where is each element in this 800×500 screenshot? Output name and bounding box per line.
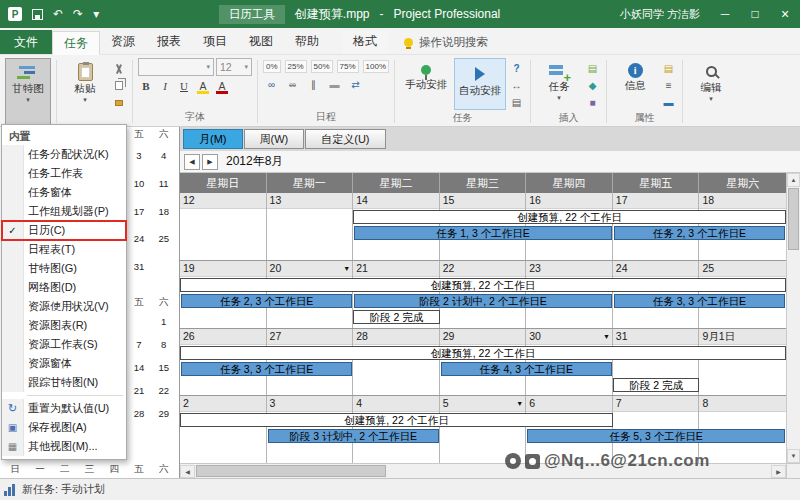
view-menu-item[interactable]: ▣保存视图(A) xyxy=(2,418,126,437)
mini-calendar-day[interactable]: 18 xyxy=(151,197,176,225)
mini-calendar-day[interactable]: 31 xyxy=(127,253,152,281)
mini-calendar-day[interactable]: 25 xyxy=(151,225,176,253)
task-bar[interactable]: 阶段 2 计划中, 2 个工作日E xyxy=(354,294,612,308)
manually-schedule-button[interactable]: 手动安排 xyxy=(400,58,452,110)
percent-complete-button[interactable]: 0% xyxy=(263,60,281,73)
font-color-button[interactable]: A xyxy=(214,80,230,92)
paste-button[interactable]: 粘贴 ▾ xyxy=(62,58,108,125)
undo-icon[interactable]: ↶ xyxy=(53,8,63,20)
unlink-tasks-icon[interactable]: ∞ xyxy=(284,77,301,92)
qat-dropdown-icon[interactable]: ▾ xyxy=(93,8,99,20)
scroll-up-icon[interactable]: ▲ xyxy=(787,173,800,187)
percent-complete-button[interactable]: 75% xyxy=(337,60,359,73)
inspect-task-icon[interactable]: ? xyxy=(508,61,525,76)
mini-calendar-day[interactable]: 10 xyxy=(127,170,152,198)
move-task-icon[interactable]: ↔ xyxy=(508,78,525,93)
gantt-chart-view-button[interactable]: 甘特图 ▾ xyxy=(5,58,51,125)
mini-calendar-day[interactable]: 15 xyxy=(151,356,176,379)
task-bar[interactable]: 阶段 3 计划中, 2 个工作日E xyxy=(268,429,439,443)
view-menu-item[interactable]: 任务分配状况(K) xyxy=(2,145,126,164)
insert-task-button[interactable]: + 任务 ▾ xyxy=(536,58,582,110)
cut-icon[interactable] xyxy=(110,61,127,76)
highlight-color-button[interactable]: A xyxy=(195,80,211,92)
insert-milestone-icon[interactable]: ◆ xyxy=(584,78,601,93)
summary-task-bar[interactable]: 创建预算, 22 个工作日 xyxy=(353,210,786,224)
task-bar[interactable]: 任务 5, 3 个工作日E xyxy=(527,429,785,443)
view-menu-item[interactable]: 网络图(D) xyxy=(2,278,126,297)
mini-calendar-day[interactable]: 17 xyxy=(127,197,152,225)
tab-项目[interactable]: 项目 xyxy=(192,30,238,54)
view-menu-item[interactable]: 跟踪甘特图(N) xyxy=(2,373,126,392)
tab-任务[interactable]: 任务 xyxy=(52,31,100,55)
tab-资源[interactable]: 资源 xyxy=(100,30,146,54)
horizontal-scroll-thumb[interactable] xyxy=(196,465,386,477)
percent-complete-button[interactable]: 50% xyxy=(311,60,333,73)
task-information-button[interactable]: i 信息 xyxy=(612,58,658,110)
respect-links-icon[interactable]: ⇄ xyxy=(347,77,364,92)
scroll-down-icon[interactable]: ▼ xyxy=(787,449,800,463)
insert-deliverable-icon[interactable]: ■ xyxy=(584,95,601,110)
user-name[interactable]: 小妖同学 方洁影 xyxy=(620,7,700,22)
editing-collapsed-button[interactable]: 编辑 ▾ xyxy=(688,58,734,125)
mini-calendar-day[interactable]: 14 xyxy=(127,356,152,379)
vertical-scroll-thumb[interactable] xyxy=(788,188,799,250)
link-tasks-icon[interactable]: ∞ xyxy=(263,77,280,92)
mini-calendar-day[interactable]: 7 xyxy=(127,333,152,356)
task-details-icon[interactable]: ≡ xyxy=(660,78,677,93)
font-name-combo[interactable]: ▾ xyxy=(138,58,214,76)
mini-calendar-day[interactable]: 28 xyxy=(127,402,152,425)
task-bar[interactable]: 任务 4, 3 个工作日E xyxy=(441,362,612,376)
tab-file[interactable]: 文件 xyxy=(0,30,52,54)
percent-complete-button[interactable]: 25% xyxy=(285,60,307,73)
mini-calendar-day[interactable]: 22 xyxy=(151,379,176,402)
task-bar[interactable]: 任务 3, 3 个工作日E xyxy=(614,294,785,308)
mini-calendar-day[interactable]: 4 xyxy=(151,142,176,170)
insert-summary-icon[interactable]: ▤ xyxy=(584,61,601,76)
mini-calendar-day[interactable]: 8 xyxy=(151,333,176,356)
redo-icon[interactable]: ↷ xyxy=(73,8,83,20)
mini-calendar-day[interactable]: 21 xyxy=(127,379,152,402)
view-tab-月(M)[interactable]: 月(M) xyxy=(183,129,243,149)
bold-button[interactable]: B xyxy=(138,78,154,94)
task-bar[interactable]: 任务 3, 3 个工作日E xyxy=(181,362,352,376)
view-menu-item[interactable]: 资源窗体 xyxy=(2,354,126,373)
view-menu-item[interactable]: 资源图表(R) xyxy=(2,316,126,335)
task-notes-icon[interactable]: ▤ xyxy=(660,61,677,76)
view-menu-item[interactable]: 资源使用状况(V) xyxy=(2,297,126,316)
format-painter-icon[interactable] xyxy=(110,95,127,110)
maximize-button[interactable]: □ xyxy=(740,0,770,28)
view-menu-item[interactable]: 任务工作表 xyxy=(2,164,126,183)
tab-格式[interactable]: 格式 xyxy=(342,30,388,54)
percent-complete-button[interactable]: 100% xyxy=(363,60,389,73)
milestone-bar[interactable]: 阶段 2 完成 xyxy=(613,378,700,392)
auto-schedule-button[interactable]: 自动安排 xyxy=(454,58,506,110)
tab-帮助[interactable]: 帮助 xyxy=(284,30,330,54)
save-icon[interactable] xyxy=(32,9,43,20)
view-tab-自定义(U)[interactable]: 自定义(U) xyxy=(305,129,385,149)
next-month-button[interactable]: ▶ xyxy=(202,154,218,170)
close-button[interactable]: × xyxy=(770,0,800,28)
new-task-mode-label[interactable]: 新任务: 手动计划 xyxy=(22,482,105,497)
summary-task-bar[interactable]: 创建预算, 22 个工作日 xyxy=(180,278,786,292)
view-menu-item[interactable]: 工作组规划器(P) xyxy=(2,202,126,221)
task-bar[interactable]: 任务 2, 3 个工作日E xyxy=(614,226,785,240)
view-menu-item[interactable]: ▦其他视图(M)... xyxy=(2,437,126,456)
minimize-button[interactable]: ─ xyxy=(710,0,740,28)
split-task-icon[interactable]: ∥ xyxy=(305,77,322,92)
view-menu-item[interactable]: 任务窗体 xyxy=(2,183,126,202)
previous-month-button[interactable]: ◀ xyxy=(184,154,200,170)
italic-button[interactable]: I xyxy=(157,78,173,94)
milestone-bar[interactable]: 阶段 2 完成 xyxy=(353,310,440,324)
mini-calendar-day[interactable]: 24 xyxy=(127,225,152,253)
view-menu-item[interactable]: 资源工作表(S) xyxy=(2,335,126,354)
view-menu-item[interactable]: ✓日历(C) xyxy=(2,221,126,240)
tell-me-search[interactable]: 操作说明搜索 xyxy=(404,35,488,50)
task-bar[interactable]: 任务 1, 3 个工作日E xyxy=(354,226,612,240)
mini-calendar-day[interactable]: 11 xyxy=(151,170,176,198)
view-menu-item[interactable]: 甘特图(G) xyxy=(2,259,126,278)
add-to-timeline-icon[interactable]: ▬ xyxy=(660,95,677,110)
font-size-combo[interactable]: 12 ▾ xyxy=(216,58,252,76)
view-menu-item[interactable]: ↻重置为默认值(U) xyxy=(2,399,126,418)
view-tab-周(W)[interactable]: 周(W) xyxy=(244,129,305,149)
tab-视图[interactable]: 视图 xyxy=(238,30,284,54)
